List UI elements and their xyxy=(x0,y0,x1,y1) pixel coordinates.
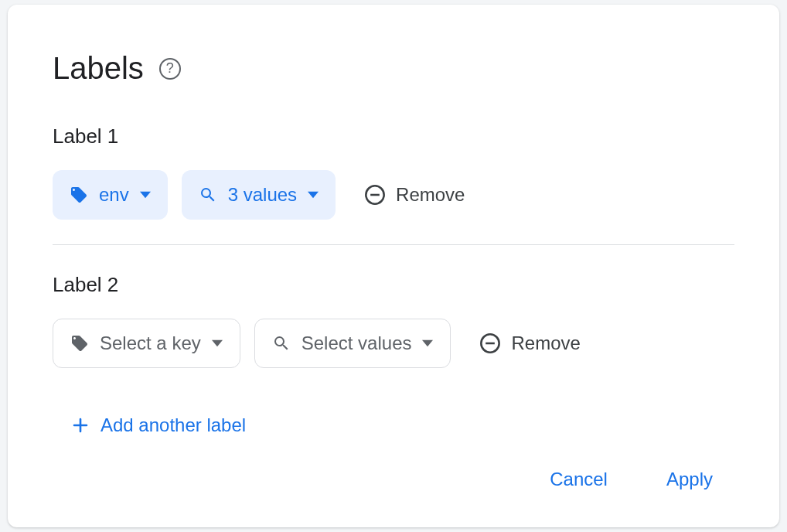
search-icon xyxy=(272,334,291,353)
remove-label-text: Remove xyxy=(396,184,465,206)
label-heading: Label 2 xyxy=(53,273,734,297)
chevron-down-icon xyxy=(212,339,223,347)
chevron-down-icon xyxy=(308,191,319,199)
page-title: Labels xyxy=(53,51,144,86)
tag-icon xyxy=(70,186,88,204)
add-label-text: Add another label xyxy=(101,414,246,436)
label-values-selector[interactable]: 3 values xyxy=(182,170,336,220)
plus-icon xyxy=(71,416,90,435)
remove-label-text: Remove xyxy=(511,332,580,354)
dialog-header: Labels ? xyxy=(53,51,734,86)
remove-label-button[interactable]: Remove xyxy=(357,170,471,220)
label-section-2: Label 2 Select a key Select values xyxy=(53,273,734,442)
remove-icon xyxy=(479,332,502,355)
label-2-row: Select a key Select values Remove xyxy=(53,319,734,368)
apply-button[interactable]: Apply xyxy=(659,462,721,496)
chevron-down-icon xyxy=(140,191,151,199)
help-icon[interactable]: ? xyxy=(159,58,181,80)
remove-label-button[interactable]: Remove xyxy=(472,319,586,368)
label-values-text: 3 values xyxy=(228,184,297,206)
cancel-button[interactable]: Cancel xyxy=(542,462,615,496)
label-values-placeholder: Select values xyxy=(302,332,412,354)
label-1-row: env 3 values Remove xyxy=(53,170,734,220)
search-icon xyxy=(199,186,217,204)
dialog-footer: Cancel Apply xyxy=(53,462,734,504)
label-key-placeholder: Select a key xyxy=(100,332,201,354)
label-values-selector[interactable]: Select values xyxy=(254,319,451,368)
add-another-label-button[interactable]: Add another label xyxy=(68,408,249,442)
tag-icon xyxy=(70,334,89,353)
label-key-selector[interactable]: env xyxy=(53,170,168,220)
chevron-down-icon xyxy=(422,339,433,347)
label-heading: Label 1 xyxy=(53,124,734,148)
label-section-1: Label 1 env 3 values xyxy=(53,124,734,243)
divider xyxy=(53,244,734,245)
labels-dialog: Labels ? Label 1 env 3 values xyxy=(8,5,779,527)
label-key-selector[interactable]: Select a key xyxy=(53,319,240,368)
remove-icon xyxy=(363,183,387,206)
label-key-text: env xyxy=(99,184,129,206)
